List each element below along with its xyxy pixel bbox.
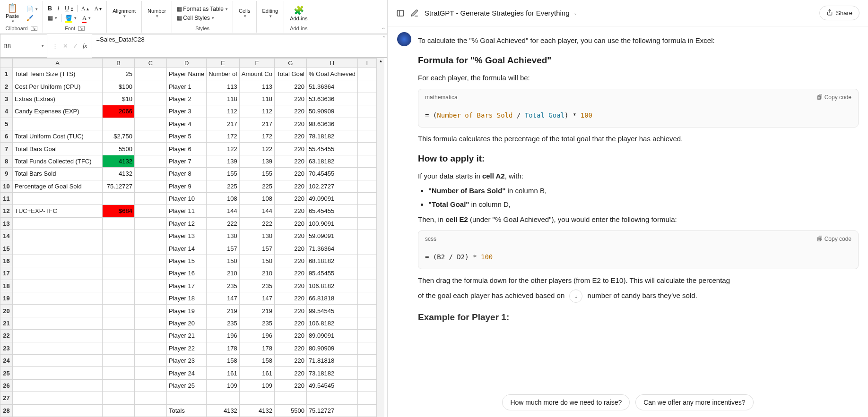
cell[interactable]: [103, 392, 135, 404]
row-header[interactable]: 25: [0, 367, 13, 379]
cell[interactable]: 65.45455: [306, 205, 357, 217]
cell[interactable]: [357, 118, 376, 130]
cell[interactable]: [135, 342, 167, 354]
cell[interactable]: [103, 354, 135, 366]
cell[interactable]: [13, 292, 103, 305]
row-header[interactable]: 11: [0, 192, 13, 204]
cell[interactable]: [135, 330, 167, 342]
cell[interactable]: 4132: [207, 404, 240, 417]
cell[interactable]: Player 24: [167, 367, 207, 379]
sidebar-toggle-icon[interactable]: [396, 9, 405, 17]
row-header[interactable]: 10: [0, 180, 13, 192]
cell[interactable]: 108: [207, 192, 240, 204]
cell[interactable]: Player 3: [167, 105, 207, 118]
cell[interactable]: 95.45455: [306, 267, 357, 280]
cell[interactable]: [13, 192, 103, 204]
cell[interactable]: [135, 130, 167, 142]
cell[interactable]: 220: [274, 317, 306, 329]
row-header[interactable]: 7: [0, 143, 13, 155]
cell[interactable]: [135, 242, 167, 255]
cell[interactable]: [274, 392, 306, 404]
cell[interactable]: [135, 205, 167, 217]
cell[interactable]: [103, 267, 135, 280]
column-header[interactable]: A: [13, 59, 103, 68]
cell[interactable]: [135, 305, 167, 317]
cell[interactable]: Player 14: [167, 242, 207, 255]
cell[interactable]: 113: [207, 80, 240, 93]
cell[interactable]: Candy Expenses (EXP): [13, 105, 103, 118]
cell[interactable]: Total Funds Collected (TFC): [13, 155, 103, 167]
cell[interactable]: Player 21: [167, 330, 207, 342]
cell[interactable]: 220: [274, 143, 306, 155]
copy-code-button[interactable]: 🗐 Copy code: [817, 93, 851, 102]
cell[interactable]: 220: [274, 217, 306, 230]
cell[interactable]: $2,750: [103, 130, 135, 142]
cell[interactable]: 219: [207, 305, 240, 317]
cell[interactable]: 220: [274, 330, 306, 342]
cell[interactable]: [357, 292, 376, 305]
clipboard-dialog-launcher[interactable]: ↘: [31, 26, 37, 31]
cell[interactable]: [357, 205, 376, 217]
column-header[interactable]: F: [239, 59, 274, 68]
cell[interactable]: 130: [239, 230, 274, 242]
cell[interactable]: 220: [274, 105, 306, 118]
cell[interactable]: 219: [239, 305, 274, 317]
suggestion-pill[interactable]: Can we offer any more incentives?: [635, 394, 753, 410]
copy-code-button[interactable]: 🗐 Copy code: [817, 235, 851, 244]
cell[interactable]: [103, 192, 135, 204]
cell[interactable]: [357, 342, 376, 354]
cell[interactable]: [357, 93, 376, 105]
cell[interactable]: 178: [207, 342, 240, 354]
cell[interactable]: [306, 392, 357, 404]
row-header[interactable]: 9: [0, 168, 13, 180]
cell[interactable]: 66.81818: [306, 292, 357, 305]
shrink-font-button[interactable]: A▾: [93, 5, 104, 13]
cell[interactable]: [103, 305, 135, 317]
cell[interactable]: [357, 130, 376, 142]
cell[interactable]: [13, 317, 103, 329]
cell[interactable]: 73.18182: [306, 367, 357, 379]
cell[interactable]: 59.09091: [306, 230, 357, 242]
cell[interactable]: [13, 404, 103, 417]
cell[interactable]: 147: [207, 292, 240, 305]
cell[interactable]: [357, 80, 376, 93]
formula-input[interactable]: =Sales_Data!C28 ⌃: [92, 34, 387, 58]
cell[interactable]: 220: [274, 280, 306, 292]
cell[interactable]: 220: [274, 205, 306, 217]
cell[interactable]: 49.54545: [306, 379, 357, 391]
cell[interactable]: [103, 217, 135, 230]
cell[interactable]: 235: [239, 280, 274, 292]
row-header[interactable]: 13: [0, 217, 13, 230]
cell[interactable]: Percentage of Goal Sold: [13, 180, 103, 192]
cell[interactable]: [135, 367, 167, 379]
cell[interactable]: 235: [239, 317, 274, 329]
cell[interactable]: [13, 267, 103, 280]
number-button[interactable]: Number▾: [145, 7, 169, 19]
cell[interactable]: 106.8182: [306, 280, 357, 292]
cell[interactable]: Extras (Extras): [13, 93, 103, 105]
cell[interactable]: 220: [274, 230, 306, 242]
cell[interactable]: [103, 280, 135, 292]
cell[interactable]: [13, 255, 103, 267]
cell[interactable]: [13, 118, 103, 130]
cell[interactable]: 118: [207, 93, 240, 105]
cell[interactable]: 210: [239, 267, 274, 280]
cell[interactable]: [135, 80, 167, 93]
column-header[interactable]: I: [357, 59, 376, 68]
grow-font-button[interactable]: A▴: [79, 5, 91, 13]
cell[interactable]: 109: [207, 379, 240, 391]
cell[interactable]: Player Name: [167, 68, 207, 80]
cell[interactable]: 25: [103, 68, 135, 80]
cell[interactable]: [13, 242, 103, 255]
cell[interactable]: [357, 242, 376, 255]
cell[interactable]: 220: [274, 379, 306, 391]
cell[interactable]: [135, 267, 167, 280]
cell[interactable]: [135, 280, 167, 292]
cell[interactable]: [167, 392, 207, 404]
cell[interactable]: TUC+EXP-TFC: [13, 205, 103, 217]
cell[interactable]: [103, 255, 135, 267]
cell[interactable]: 75.12727: [306, 404, 357, 417]
cell[interactable]: 4132: [103, 168, 135, 180]
row-header[interactable]: 5: [0, 118, 13, 130]
cell[interactable]: Player 23: [167, 354, 207, 366]
